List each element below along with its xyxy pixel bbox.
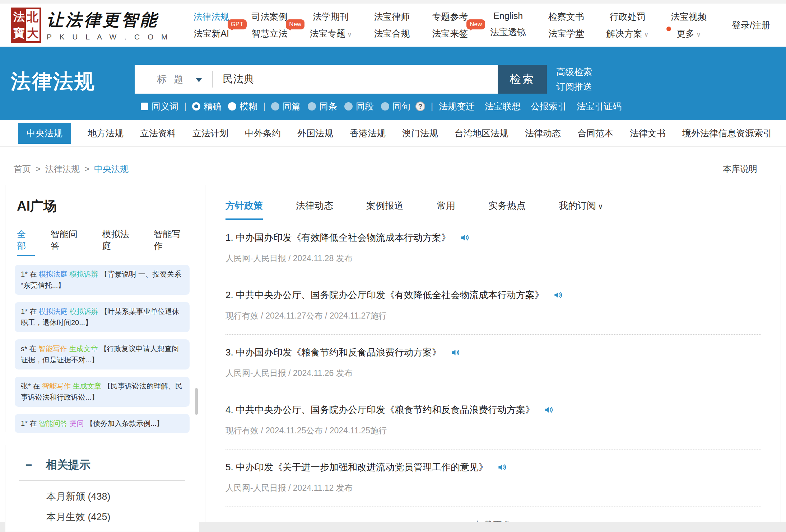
scope-radio[interactable] — [344, 102, 353, 110]
advanced-search-link[interactable]: 高级检索 — [556, 66, 592, 78]
fuzzy-match-option[interactable]: 模糊 — [228, 100, 257, 112]
scope-radio[interactable] — [271, 102, 279, 110]
nav-item[interactable]: 检察文书 法宝学堂∨ — [548, 11, 584, 39]
speaker-icon[interactable] — [544, 405, 554, 415]
related-tip-link[interactable]: 本月新颁 (438) — [46, 490, 185, 503]
nav-item-bottom-label: 法宝合规∨ — [374, 28, 410, 39]
breadcrumb-home[interactable]: 首页 — [14, 163, 31, 175]
nav-item[interactable]: 法学期刊 法宝专题∨ — [310, 11, 352, 39]
ai-plaza-tab[interactable]: 智能写作 — [154, 228, 190, 256]
action-link[interactable]: 模拟诉辨 — [70, 270, 98, 278]
category-tab[interactable]: 台湾地区法规 — [455, 123, 508, 144]
nav-item[interactable]: 法宝视频 更多∨ — [671, 11, 707, 39]
category-tab[interactable]: 法律文书 — [630, 123, 666, 144]
category-tab[interactable]: 立法计划 — [192, 123, 228, 144]
ai-feed-item[interactable]: s* 在 智能写作 生成文章 【行政复议申请人想查阅证据，但是证据不对...】 — [15, 339, 190, 369]
login-register-link[interactable]: 登录/注册 — [732, 19, 770, 31]
module-link[interactable]: 智能问答 — [39, 419, 68, 427]
category-tab[interactable]: 香港法规 — [350, 123, 386, 144]
search-extra-link[interactable]: 法宝联想 — [485, 100, 521, 112]
category-tab[interactable]: 澳门法规 — [402, 123, 438, 144]
ai-feed-item[interactable]: 张* 在 智能写作 生成文章 【民事诉讼法的理解、民事诉讼法和行政诉讼...】 — [15, 377, 190, 407]
search-options-row: 同义词 | 精确 模糊 | 同篇 同条 同段 同句 ? | 法规变迁法宝联想公报… — [141, 100, 622, 112]
synonym-checkbox[interactable] — [141, 103, 148, 110]
collapse-icon[interactable]: − — [25, 458, 32, 472]
nav-item[interactable]: English 法宝透镜∨ — [490, 11, 526, 39]
category-tab[interactable]: 立法资料 — [140, 123, 176, 144]
speaker-icon[interactable] — [460, 233, 470, 243]
content-tab[interactable]: 案例报道∨ — [366, 199, 404, 220]
search-input[interactable] — [213, 74, 498, 85]
category-tab[interactable]: 合同范本 — [577, 123, 613, 144]
ai-feed-item[interactable]: 1* 在 模拟法庭 模拟诉辨 【叶某系某事业单位退休职工，退休时间20...】 — [15, 302, 190, 332]
search-field-label: 标 题 — [157, 73, 186, 86]
article-title-link[interactable]: 1. 中办国办印发《有效降低全社会物流成本行动方案》 — [225, 231, 761, 244]
action-link[interactable]: 生成文章 — [69, 345, 98, 353]
particle-text: 在 — [29, 307, 39, 315]
help-icon[interactable]: ? — [415, 102, 425, 111]
action-link[interactable]: 生成文章 — [73, 382, 101, 390]
speaker-icon[interactable] — [451, 348, 460, 357]
exact-radio[interactable] — [192, 102, 200, 110]
related-tip-link[interactable]: 本月生效 (425) — [46, 510, 185, 523]
ai-plaza-tab[interactable]: 模拟法庭 — [102, 228, 138, 256]
search-extra-link[interactable]: 公报索引 — [531, 100, 567, 112]
category-tab[interactable]: 法律动态 — [525, 123, 561, 144]
nav-item[interactable]: 法宝律师 法宝合规∨ — [374, 11, 410, 39]
article-title-link[interactable]: 4. 中共中央办公厅、国务院办公厅印发《粮食节约和反食品浪费行动方案》 — [225, 404, 761, 416]
scope-option[interactable]: 同句 — [381, 100, 410, 112]
category-tab[interactable]: 中外条约 — [245, 123, 281, 144]
pkulaw-logo[interactable]: 法 北 寶 大 让法律更智能 P K U L A W . C O M — [11, 8, 171, 43]
action-link[interactable]: 模拟诉辨 — [70, 307, 98, 315]
breadcrumb-section[interactable]: 法律法规 — [45, 163, 80, 175]
content-tab[interactable]: 实务热点∨ — [488, 199, 526, 220]
article-title-link[interactable]: 5. 中办印发《关于进一步加强和改进流动党员管理工作的意见》 — [225, 461, 761, 474]
nav-item-top-label: 法宝视频 — [671, 11, 707, 23]
content-tab[interactable]: 方针政策∨ — [225, 199, 263, 220]
category-tab[interactable]: 地方法规 — [88, 123, 124, 144]
library-description-link[interactable]: 本库说明 — [723, 163, 757, 175]
subscribe-push-link[interactable]: 订阅推送 — [556, 81, 592, 93]
scope-radio[interactable] — [381, 102, 389, 110]
ai-plaza-tab[interactable]: 智能问答 — [51, 228, 87, 256]
breadcrumb-current[interactable]: 中央法规 — [94, 163, 129, 175]
fuzzy-radio[interactable] — [228, 102, 236, 110]
content-tab[interactable]: 常用∨ — [437, 199, 455, 220]
content-tab[interactable]: 我的订阅∨ — [559, 199, 603, 220]
nav-item[interactable]: 司法案例 智慧立法∨ New — [251, 11, 287, 39]
scope-option[interactable]: 同篇 — [271, 100, 301, 112]
browser-top-strip — [0, 0, 786, 4]
module-link[interactable]: 模拟法庭 — [39, 270, 68, 278]
speaker-icon[interactable] — [497, 462, 507, 472]
exact-match-option[interactable]: 精确 — [192, 100, 222, 112]
ai-plaza-tab[interactable]: 全部 — [17, 228, 35, 256]
article-title-link[interactable]: 2. 中共中央办公厅、国务院办公厅印发《有效降低全社会物流成本行动方案》 — [225, 289, 761, 301]
synonym-option[interactable]: 同义词 — [141, 100, 178, 112]
category-tab[interactable]: 中央法规 — [18, 123, 71, 144]
category-tab[interactable]: 外国法规 — [297, 123, 333, 144]
scrollbar-thumb[interactable] — [195, 388, 198, 415]
scope-radio[interactable] — [308, 102, 316, 110]
search-extra-link[interactable]: 法宝引证码 — [577, 100, 622, 112]
nav-item[interactable]: 行政处罚 解决方案∨ — [606, 11, 648, 39]
content-tab[interactable]: 法律动态∨ — [296, 199, 333, 220]
module-link[interactable]: 模拟法庭 — [39, 307, 68, 315]
ai-plaza-panel: AI广场 全部智能问答模拟法庭智能写作 1* 在 模拟法庭 模拟诉辨 【背景说明… — [5, 185, 199, 432]
category-tab[interactable]: 境外法律信息资源索引 — [682, 123, 772, 144]
search-field-select[interactable]: 标 题 — [135, 73, 212, 86]
article-title-link[interactable]: 3. 中办国办印发《粮食节约和反食品浪费行动方案》 — [225, 346, 761, 359]
scope-option[interactable]: 同段 — [344, 100, 374, 112]
nav-item[interactable]: 专题参考 法宝来签∨ New — [432, 11, 468, 39]
article-meta: 现行有效 / 2024.11.25公布 / 2024.11.25施行 — [225, 425, 761, 436]
module-link[interactable]: 智能写作 — [42, 382, 71, 390]
module-link[interactable]: 智能写作 — [38, 345, 67, 353]
ai-feed-item[interactable]: 1* 在 模拟法庭 模拟诉辨 【背景说明 一、投资关系 “东莞信托...】 — [15, 265, 190, 295]
scope-option[interactable]: 同条 — [308, 100, 337, 112]
ai-feed-item[interactable]: 1* 在 智能问答 提问 【债务加入条款示例...】 — [15, 414, 190, 433]
action-link[interactable]: 提问 — [70, 419, 84, 427]
speaker-icon[interactable] — [553, 290, 563, 300]
search-extra-link[interactable]: 法规变迁 — [439, 100, 475, 112]
search-button[interactable]: 检索 — [498, 65, 547, 94]
nav-item[interactable]: 法律法规 法宝新AI∨ GPT — [194, 11, 229, 39]
nav-item-bottom-label: 法宝学堂∨ — [548, 28, 584, 39]
